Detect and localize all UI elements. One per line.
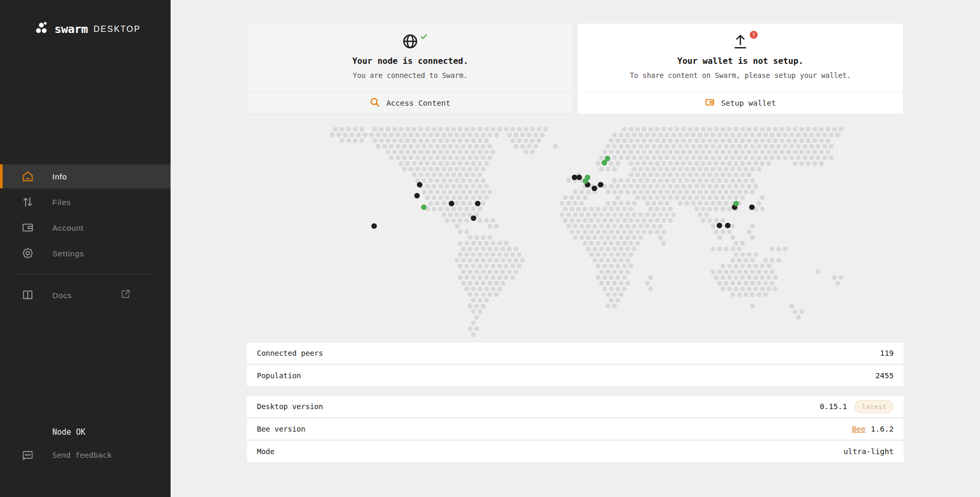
sidebar-nav: Info Files Account [0, 164, 171, 307]
map-dot [803, 132, 807, 137]
map-dot [767, 161, 771, 166]
map-dot [790, 144, 794, 149]
map-dot [730, 167, 735, 172]
map-dot [386, 150, 390, 154]
map-dot [609, 230, 614, 234]
sidebar-item-files[interactable]: Files [0, 190, 171, 214]
map-dot [711, 246, 715, 251]
map-dot [422, 132, 426, 137]
mode-row: Mode ultra-light [247, 441, 904, 462]
map-dot [651, 144, 656, 149]
access-content-button[interactable]: Access Content [247, 92, 573, 114]
map-dot [340, 138, 344, 143]
peer-dot [577, 175, 582, 180]
map-dot [658, 155, 663, 160]
map-dot [481, 155, 486, 160]
map-dot [707, 184, 712, 188]
map-dot [615, 207, 620, 211]
map-dot [694, 195, 699, 200]
map-dot [438, 184, 443, 188]
map-dot [471, 332, 476, 337]
map-dot [336, 132, 341, 137]
map-dot [658, 189, 663, 194]
sidebar-item-docs[interactable]: Docs [0, 283, 171, 307]
map-dot [618, 201, 623, 206]
map-dot [648, 138, 653, 143]
map-dot [474, 144, 479, 149]
map-dot [799, 127, 804, 131]
map-dot [740, 264, 745, 268]
send-feedback[interactable]: Send feedback [0, 444, 171, 467]
map-dot [458, 150, 463, 154]
map-dot [780, 150, 784, 154]
map-dot [494, 132, 499, 137]
map-dot [750, 155, 754, 160]
map-dot [429, 167, 433, 172]
map-dot [451, 218, 456, 223]
map-dot [602, 287, 607, 291]
map-dot [786, 138, 791, 143]
map-dot [592, 224, 597, 229]
sidebar-item-settings[interactable]: Settings [0, 241, 171, 265]
map-dot [579, 201, 584, 206]
map-dot [612, 144, 617, 149]
map-dot [478, 150, 482, 154]
map-dot [399, 138, 403, 143]
node-card-subtitle: You are connected to Swarm. [247, 71, 573, 80]
map-dot [638, 178, 643, 183]
map-dot [461, 258, 466, 263]
map-dot [704, 167, 709, 172]
map-dot [661, 127, 666, 131]
map-dot [793, 127, 797, 131]
map-dot [599, 224, 604, 229]
map-dot [727, 230, 732, 234]
map-dot [632, 212, 637, 217]
map-dot [767, 138, 771, 143]
map-dot [829, 144, 833, 149]
main-content: Your node is connected. You are connecte… [171, 0, 980, 462]
map-dot [747, 150, 751, 154]
wallet-status-card: ! Your wallet is not setup. To share con… [577, 23, 904, 114]
setup-wallet-button[interactable]: Setup wallet [578, 92, 903, 114]
map-dot [641, 150, 646, 154]
map-dot [586, 189, 591, 194]
map-dot [740, 287, 745, 291]
map-dot [740, 161, 745, 166]
map-dot [468, 258, 472, 263]
map-dot [645, 144, 650, 149]
map-dot [563, 207, 568, 211]
map-dot [720, 287, 725, 291]
map-dot [455, 189, 459, 194]
map-dot [720, 150, 725, 154]
map-dot [484, 264, 489, 268]
map-dot [419, 127, 423, 131]
map-dot [491, 150, 495, 154]
map-dot [688, 150, 692, 154]
map-dot [442, 167, 446, 172]
map-dot [501, 269, 505, 274]
map-dot [458, 241, 463, 245]
map-dot [678, 167, 682, 172]
map-dot [776, 155, 781, 160]
map-dot [806, 161, 810, 166]
map-dot [730, 246, 735, 251]
map-dot [392, 127, 397, 131]
sidebar-item-account[interactable]: Account [0, 216, 171, 240]
bee-link[interactable]: Bee [852, 425, 865, 433]
map-dot [747, 230, 751, 234]
map-dot [481, 269, 486, 274]
map-dot [445, 218, 449, 223]
map-dot [474, 269, 479, 274]
map-dot [501, 258, 505, 263]
map-dot [790, 155, 794, 160]
map-dot [497, 252, 502, 257]
map-dot [435, 189, 440, 194]
map-dot [813, 150, 817, 154]
map-dot [714, 230, 718, 234]
map-dot [661, 184, 666, 188]
map-dot [612, 132, 617, 137]
map-dot [701, 161, 705, 166]
sidebar-item-info[interactable]: Info [0, 164, 171, 188]
map-dot [359, 127, 364, 131]
map-dot [537, 138, 542, 143]
